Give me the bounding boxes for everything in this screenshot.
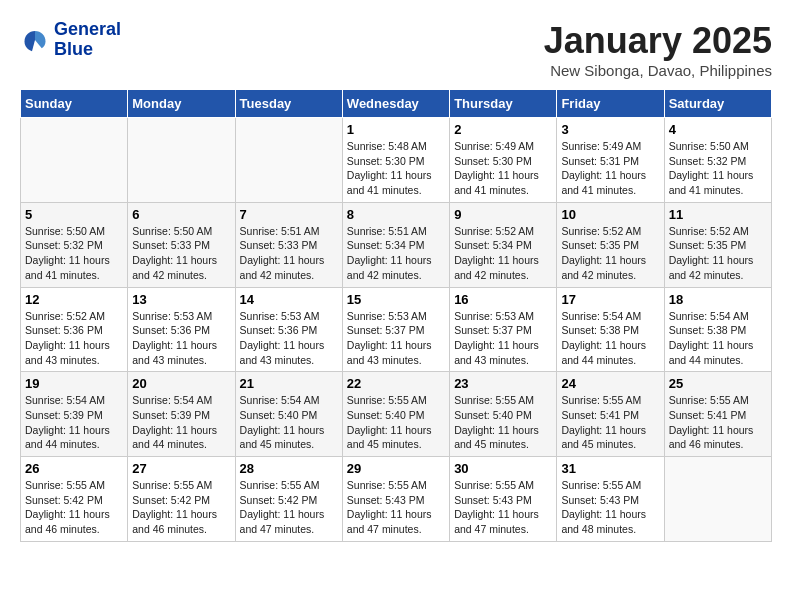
weekday-header-row: SundayMondayTuesdayWednesdayThursdayFrid… xyxy=(21,90,772,118)
day-number: 3 xyxy=(561,122,659,137)
day-info: Sunrise: 5:54 AMSunset: 5:39 PMDaylight:… xyxy=(25,393,123,452)
day-number: 17 xyxy=(561,292,659,307)
calendar-cell: 22Sunrise: 5:55 AMSunset: 5:40 PMDayligh… xyxy=(342,372,449,457)
day-number: 21 xyxy=(240,376,338,391)
day-number: 7 xyxy=(240,207,338,222)
calendar-cell: 3Sunrise: 5:49 AMSunset: 5:31 PMDaylight… xyxy=(557,118,664,203)
day-info: Sunrise: 5:53 AMSunset: 5:36 PMDaylight:… xyxy=(132,309,230,368)
calendar-cell: 13Sunrise: 5:53 AMSunset: 5:36 PMDayligh… xyxy=(128,287,235,372)
day-number: 23 xyxy=(454,376,552,391)
day-number: 6 xyxy=(132,207,230,222)
calendar-cell: 31Sunrise: 5:55 AMSunset: 5:43 PMDayligh… xyxy=(557,457,664,542)
day-number: 14 xyxy=(240,292,338,307)
month-title: January 2025 xyxy=(544,20,772,62)
day-number: 13 xyxy=(132,292,230,307)
day-number: 15 xyxy=(347,292,445,307)
day-number: 27 xyxy=(132,461,230,476)
weekday-header-friday: Friday xyxy=(557,90,664,118)
day-number: 22 xyxy=(347,376,445,391)
day-info: Sunrise: 5:55 AMSunset: 5:43 PMDaylight:… xyxy=(347,478,445,537)
calendar-cell: 2Sunrise: 5:49 AMSunset: 5:30 PMDaylight… xyxy=(450,118,557,203)
calendar-cell xyxy=(664,457,771,542)
calendar-cell: 11Sunrise: 5:52 AMSunset: 5:35 PMDayligh… xyxy=(664,202,771,287)
day-number: 1 xyxy=(347,122,445,137)
day-info: Sunrise: 5:55 AMSunset: 5:40 PMDaylight:… xyxy=(347,393,445,452)
day-info: Sunrise: 5:55 AMSunset: 5:42 PMDaylight:… xyxy=(132,478,230,537)
day-info: Sunrise: 5:55 AMSunset: 5:40 PMDaylight:… xyxy=(454,393,552,452)
day-info: Sunrise: 5:52 AMSunset: 5:34 PMDaylight:… xyxy=(454,224,552,283)
title-block: January 2025 New Sibonga, Davao, Philipp… xyxy=(544,20,772,79)
day-info: Sunrise: 5:52 AMSunset: 5:36 PMDaylight:… xyxy=(25,309,123,368)
calendar-cell: 1Sunrise: 5:48 AMSunset: 5:30 PMDaylight… xyxy=(342,118,449,203)
calendar-cell: 27Sunrise: 5:55 AMSunset: 5:42 PMDayligh… xyxy=(128,457,235,542)
weekday-header-monday: Monday xyxy=(128,90,235,118)
day-number: 29 xyxy=(347,461,445,476)
logo-icon xyxy=(20,25,50,55)
calendar-cell: 8Sunrise: 5:51 AMSunset: 5:34 PMDaylight… xyxy=(342,202,449,287)
calendar-cell: 10Sunrise: 5:52 AMSunset: 5:35 PMDayligh… xyxy=(557,202,664,287)
calendar-cell: 6Sunrise: 5:50 AMSunset: 5:33 PMDaylight… xyxy=(128,202,235,287)
calendar-cell: 15Sunrise: 5:53 AMSunset: 5:37 PMDayligh… xyxy=(342,287,449,372)
calendar-week-3: 12Sunrise: 5:52 AMSunset: 5:36 PMDayligh… xyxy=(21,287,772,372)
calendar-cell: 25Sunrise: 5:55 AMSunset: 5:41 PMDayligh… xyxy=(664,372,771,457)
day-info: Sunrise: 5:55 AMSunset: 5:43 PMDaylight:… xyxy=(454,478,552,537)
day-number: 30 xyxy=(454,461,552,476)
day-info: Sunrise: 5:55 AMSunset: 5:43 PMDaylight:… xyxy=(561,478,659,537)
day-info: Sunrise: 5:50 AMSunset: 5:32 PMDaylight:… xyxy=(669,139,767,198)
day-number: 11 xyxy=(669,207,767,222)
calendar-cell: 30Sunrise: 5:55 AMSunset: 5:43 PMDayligh… xyxy=(450,457,557,542)
day-number: 24 xyxy=(561,376,659,391)
day-number: 25 xyxy=(669,376,767,391)
calendar-cell: 14Sunrise: 5:53 AMSunset: 5:36 PMDayligh… xyxy=(235,287,342,372)
logo-text: General Blue xyxy=(54,20,121,60)
day-info: Sunrise: 5:55 AMSunset: 5:41 PMDaylight:… xyxy=(669,393,767,452)
day-info: Sunrise: 5:53 AMSunset: 5:37 PMDaylight:… xyxy=(454,309,552,368)
location-subtitle: New Sibonga, Davao, Philippines xyxy=(544,62,772,79)
day-info: Sunrise: 5:55 AMSunset: 5:42 PMDaylight:… xyxy=(25,478,123,537)
day-number: 2 xyxy=(454,122,552,137)
day-info: Sunrise: 5:54 AMSunset: 5:40 PMDaylight:… xyxy=(240,393,338,452)
day-number: 20 xyxy=(132,376,230,391)
weekday-header-tuesday: Tuesday xyxy=(235,90,342,118)
calendar-cell: 18Sunrise: 5:54 AMSunset: 5:38 PMDayligh… xyxy=(664,287,771,372)
day-info: Sunrise: 5:54 AMSunset: 5:39 PMDaylight:… xyxy=(132,393,230,452)
calendar-cell: 29Sunrise: 5:55 AMSunset: 5:43 PMDayligh… xyxy=(342,457,449,542)
day-info: Sunrise: 5:54 AMSunset: 5:38 PMDaylight:… xyxy=(561,309,659,368)
calendar-cell xyxy=(235,118,342,203)
day-number: 10 xyxy=(561,207,659,222)
day-number: 19 xyxy=(25,376,123,391)
day-number: 18 xyxy=(669,292,767,307)
weekday-header-wednesday: Wednesday xyxy=(342,90,449,118)
logo: General Blue xyxy=(20,20,121,60)
calendar-table: SundayMondayTuesdayWednesdayThursdayFrid… xyxy=(20,89,772,542)
day-info: Sunrise: 5:51 AMSunset: 5:34 PMDaylight:… xyxy=(347,224,445,283)
calendar-cell: 21Sunrise: 5:54 AMSunset: 5:40 PMDayligh… xyxy=(235,372,342,457)
calendar-cell: 20Sunrise: 5:54 AMSunset: 5:39 PMDayligh… xyxy=(128,372,235,457)
day-info: Sunrise: 5:50 AMSunset: 5:32 PMDaylight:… xyxy=(25,224,123,283)
day-number: 4 xyxy=(669,122,767,137)
day-info: Sunrise: 5:50 AMSunset: 5:33 PMDaylight:… xyxy=(132,224,230,283)
calendar-week-1: 1Sunrise: 5:48 AMSunset: 5:30 PMDaylight… xyxy=(21,118,772,203)
day-info: Sunrise: 5:53 AMSunset: 5:37 PMDaylight:… xyxy=(347,309,445,368)
calendar-cell: 16Sunrise: 5:53 AMSunset: 5:37 PMDayligh… xyxy=(450,287,557,372)
day-info: Sunrise: 5:55 AMSunset: 5:41 PMDaylight:… xyxy=(561,393,659,452)
day-number: 12 xyxy=(25,292,123,307)
calendar-cell: 7Sunrise: 5:51 AMSunset: 5:33 PMDaylight… xyxy=(235,202,342,287)
day-info: Sunrise: 5:52 AMSunset: 5:35 PMDaylight:… xyxy=(561,224,659,283)
calendar-cell: 4Sunrise: 5:50 AMSunset: 5:32 PMDaylight… xyxy=(664,118,771,203)
calendar-week-4: 19Sunrise: 5:54 AMSunset: 5:39 PMDayligh… xyxy=(21,372,772,457)
calendar-cell: 19Sunrise: 5:54 AMSunset: 5:39 PMDayligh… xyxy=(21,372,128,457)
day-number: 8 xyxy=(347,207,445,222)
day-number: 26 xyxy=(25,461,123,476)
weekday-header-thursday: Thursday xyxy=(450,90,557,118)
day-number: 16 xyxy=(454,292,552,307)
day-info: Sunrise: 5:49 AMSunset: 5:31 PMDaylight:… xyxy=(561,139,659,198)
weekday-header-saturday: Saturday xyxy=(664,90,771,118)
calendar-cell: 28Sunrise: 5:55 AMSunset: 5:42 PMDayligh… xyxy=(235,457,342,542)
day-info: Sunrise: 5:54 AMSunset: 5:38 PMDaylight:… xyxy=(669,309,767,368)
calendar-cell: 23Sunrise: 5:55 AMSunset: 5:40 PMDayligh… xyxy=(450,372,557,457)
calendar-header: SundayMondayTuesdayWednesdayThursdayFrid… xyxy=(21,90,772,118)
calendar-cell: 5Sunrise: 5:50 AMSunset: 5:32 PMDaylight… xyxy=(21,202,128,287)
day-info: Sunrise: 5:48 AMSunset: 5:30 PMDaylight:… xyxy=(347,139,445,198)
day-info: Sunrise: 5:53 AMSunset: 5:36 PMDaylight:… xyxy=(240,309,338,368)
